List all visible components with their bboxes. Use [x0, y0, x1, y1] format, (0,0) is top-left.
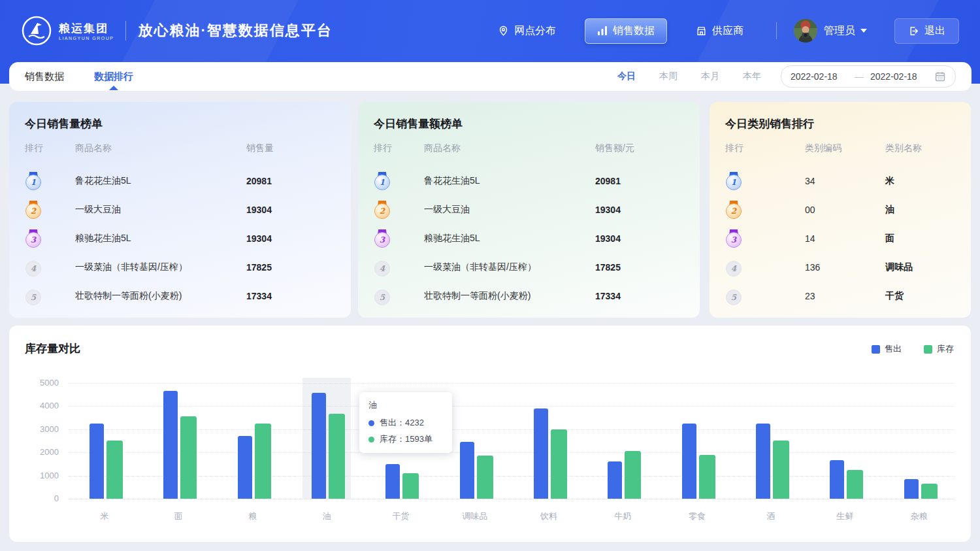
logo-title-divider: [125, 21, 126, 41]
table-row: 5壮歌特制一等面粉(小麦粉)17334: [358, 282, 700, 310]
table-row: 2一级大豆油19304: [358, 195, 700, 224]
logout-button[interactable]: 退出: [894, 18, 959, 44]
row-value: 干货: [885, 290, 904, 302]
brand-subname: LIANGYUN GROUP: [59, 36, 114, 41]
start-date-input[interactable]: [791, 71, 848, 82]
avatar[interactable]: [794, 19, 817, 42]
row-value: 19304: [595, 233, 621, 244]
row-name: 粮驰花生油5L: [424, 233, 480, 244]
table-row: 523干货: [710, 282, 971, 310]
x-axis-label-酒: 酒: [742, 510, 800, 522]
rank-medal-2-icon: 2: [374, 201, 391, 219]
chart-tooltip: 油 售出：4232库存：1593单: [359, 392, 452, 453]
bar-售出-粮[interactable]: [238, 436, 252, 499]
bar-库存-干货[interactable]: [402, 473, 419, 499]
bar-售出-生鲜[interactable]: [830, 460, 844, 499]
x-axis-label-饮料: 饮料: [519, 510, 578, 522]
row-value: 19304: [246, 205, 272, 215]
quick-range-本年[interactable]: 本年: [743, 71, 761, 82]
row-name: 23: [805, 291, 815, 301]
row-value: 20981: [246, 176, 272, 186]
rank-medal-4-icon: 4: [725, 258, 742, 276]
logout-label: 退出: [924, 24, 945, 38]
rank-medal-2-icon: 2: [725, 201, 742, 219]
row-name: 14: [805, 233, 815, 244]
bar-库存-牛奶[interactable]: [625, 451, 641, 499]
bar-库存-油[interactable]: [329, 414, 345, 499]
column-header: 排行: [374, 142, 392, 154]
row-value: 19304: [595, 205, 621, 215]
bar-售出-零食[interactable]: [682, 424, 696, 499]
column-header: 排行: [25, 142, 43, 154]
row-name: 一级菜油（非转基因/压榨）: [75, 261, 188, 273]
rank-medal-1-icon: 1: [25, 172, 42, 190]
rank-medal-5-icon: 5: [725, 287, 742, 305]
gridline-0: [68, 499, 955, 499]
row-value: 20981: [595, 176, 621, 186]
quick-range-今日[interactable]: 今日: [617, 71, 636, 82]
gridline-5000: [68, 383, 955, 384]
bar-库存-饮料[interactable]: [551, 429, 567, 499]
bar-售出-饮料[interactable]: [534, 409, 548, 499]
bar-售出-杂粮[interactable]: [904, 479, 919, 499]
table-row: 200油: [710, 195, 971, 224]
date-range-picker[interactable]: —: [781, 65, 956, 88]
table-header: 排行类别编码类别名称: [710, 142, 971, 158]
bar-库存-酒[interactable]: [773, 441, 789, 499]
brand-name: 粮运集团: [59, 21, 114, 36]
column-header: 商品名称: [424, 142, 461, 154]
rank-medal-4-icon: 4: [25, 258, 42, 276]
bar-售出-酒[interactable]: [756, 424, 770, 499]
table-row: 3粮驰花生油5L19304: [9, 224, 351, 253]
bar-库存-米[interactable]: [106, 441, 123, 499]
row-name: 壮歌特制一等面粉(小麦粉): [424, 290, 531, 302]
rank-medal-3-icon: 3: [25, 229, 42, 248]
quick-range-本月[interactable]: 本月: [701, 71, 719, 82]
y-axis-tick: 5000: [22, 378, 59, 388]
bar-售出-牛奶[interactable]: [608, 461, 622, 499]
bar-售出-米[interactable]: [90, 424, 104, 499]
end-date-input[interactable]: [870, 71, 928, 82]
table-row: 5壮歌特制一等面粉(小麦粉)17334: [9, 282, 351, 310]
row-name: 鲁花花生油5L: [75, 175, 131, 187]
bar-售出-面[interactable]: [163, 391, 178, 499]
user-menu[interactable]: 管理员: [794, 19, 867, 42]
table-row: 4136调味品: [710, 253, 971, 282]
card-title: 今日销售量榜单: [25, 116, 103, 131]
inventory-comparison-chart-card: 库存量对比 售出库存 010002000300040005000米面粮油干货调味…: [9, 326, 971, 542]
x-axis-label-零食: 零食: [668, 510, 727, 522]
row-name: 一级大豆油: [424, 204, 470, 216]
card-title: 今日类别销售排行: [725, 116, 814, 131]
bar-库存-零食[interactable]: [699, 455, 715, 499]
row-name: 鲁花花生油5L: [424, 175, 480, 187]
column-header: 商品名称: [75, 142, 112, 154]
tooltip-series-dot-icon: [368, 437, 374, 442]
x-axis-label-牛奶: 牛奶: [593, 510, 652, 522]
row-value: 米: [885, 175, 894, 187]
bar-售出-干货[interactable]: [385, 464, 400, 499]
nav-item-供应商[interactable]: 供应商: [687, 19, 753, 43]
row-name: 34: [805, 176, 815, 186]
gridline-1000: [68, 476, 955, 476]
tab-销售数据[interactable]: 销售数据: [25, 62, 64, 91]
chart-plot-area: 010002000300040005000米面粮油干货调味品饮料牛奶零食酒生鲜杂…: [9, 326, 971, 542]
bar-库存-杂粮[interactable]: [921, 484, 938, 499]
nav-item-网点分布[interactable]: 网点分布: [489, 19, 565, 43]
x-axis-label-粮: 粮: [223, 510, 282, 522]
bar-chart-icon: [597, 25, 608, 36]
row-value: 调味品: [885, 261, 913, 273]
navbar-divider: [776, 22, 777, 39]
calendar-icon[interactable]: [934, 71, 946, 82]
bar-库存-生鲜[interactable]: [847, 470, 863, 499]
bar-库存-面[interactable]: [180, 416, 197, 499]
x-axis-label-生鲜: 生鲜: [815, 510, 874, 522]
nav-item-销售数据[interactable]: 销售数据: [585, 18, 667, 44]
quick-range-本周[interactable]: 本周: [659, 71, 678, 82]
bar-售出-调味品[interactable]: [460, 442, 474, 499]
tab-数据排行[interactable]: 数据排行: [94, 62, 133, 91]
card-sales-amount-ranking: 今日销售量额榜单 排行商品名称销售额/元 1鲁花花生油5L209812一级大豆油…: [358, 102, 700, 318]
bar-库存-调味品[interactable]: [477, 456, 493, 499]
bar-库存-粮[interactable]: [255, 424, 271, 499]
bar-售出-油[interactable]: [312, 393, 326, 499]
row-name: 00: [805, 205, 815, 215]
